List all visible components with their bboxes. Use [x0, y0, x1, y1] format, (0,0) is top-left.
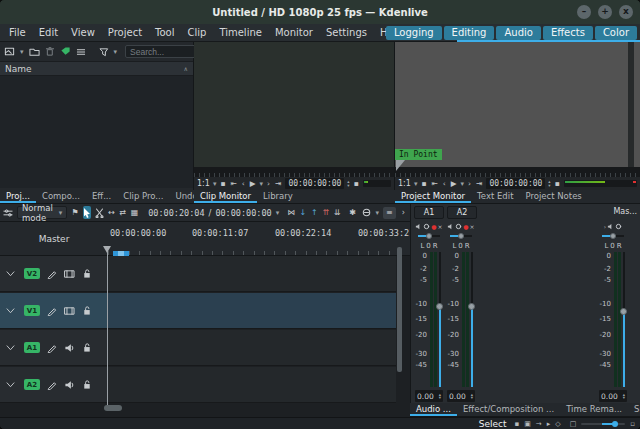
pan-knob[interactable]	[610, 233, 616, 239]
clip-next-frame-icon[interactable]: ›	[266, 179, 271, 188]
volume-slider-knob[interactable]	[436, 303, 443, 310]
project-zoom-dropdown-icon[interactable]: ▾	[414, 180, 418, 188]
project-timecode[interactable]: 00:00:00:00	[486, 178, 545, 189]
clip-zone-start-icon[interactable]: ⇤	[229, 179, 237, 188]
volume-slider-knob[interactable]	[468, 303, 475, 310]
title-bar[interactable]: Untitled / HD 1080p 25 fps — Kdenlive – …	[0, 0, 640, 24]
balance-value[interactable]: 0	[610, 242, 614, 250]
clip-timecode[interactable]: 00:00:00:00	[285, 178, 344, 189]
gain-spinbox[interactable]: 0.00 ▴▾	[447, 390, 475, 402]
track-lane-a2[interactable]	[108, 367, 396, 403]
spin-down-icon[interactable]: ▾	[347, 184, 349, 188]
workspace-editing[interactable]: Editing	[444, 26, 495, 40]
zoom-slider-knob[interactable]	[612, 421, 618, 427]
gain-spinbox[interactable]: 0.00 ▴▾	[415, 390, 443, 402]
playhead-icon[interactable]	[103, 246, 111, 253]
menu-timeline[interactable]: Timeline	[219, 27, 262, 38]
chevron-down-icon[interactable]	[6, 271, 15, 277]
pan-knob[interactable]	[458, 233, 464, 239]
filter-dropdown-icon[interactable]: ▾	[114, 48, 118, 56]
tab-text-edit[interactable]: Text Edit	[471, 190, 519, 203]
timeline-zoom-slider[interactable]	[581, 420, 625, 428]
timeline-menu-button[interactable]: ≡	[383, 207, 396, 219]
show-markers-icon[interactable]: ▸	[547, 420, 551, 428]
project-play-dropdown-icon[interactable]: ▾	[461, 180, 465, 188]
pan-slider[interactable]	[418, 232, 440, 239]
pan-slider[interactable]	[602, 232, 624, 239]
track-effects-icon[interactable]	[47, 380, 57, 390]
track-badge[interactable]: V2	[24, 268, 40, 279]
clip-timecode-spinner[interactable]: ▴ ▾	[347, 180, 349, 187]
clip-monitor-ruler[interactable]	[194, 167, 394, 177]
track-header-a2[interactable]: A2	[0, 367, 108, 403]
clip-zoom-dropdown-icon[interactable]: ▾	[213, 180, 217, 188]
chevron-down-icon[interactable]	[6, 308, 15, 314]
timeline-horizontal-scrollbar[interactable]	[104, 405, 122, 411]
chevron-down-icon[interactable]	[6, 345, 15, 351]
automatic-transitions-icon[interactable]: →	[536, 420, 542, 428]
project-zone-end-icon[interactable]: ⇥	[475, 179, 483, 188]
tab-time-remapping[interactable]: Time Rema...	[560, 403, 628, 416]
project-next-frame-icon[interactable]: ›	[467, 179, 472, 188]
clip-prev-frame-icon[interactable]: ‹	[241, 179, 246, 188]
project-prev-frame-icon[interactable]: ‹	[442, 179, 447, 188]
track-lane-v2[interactable]	[108, 256, 396, 292]
project-stop-icon[interactable]: ▪	[420, 179, 427, 188]
tab-compositions[interactable]: Compo...	[36, 190, 86, 203]
selection-tool-icon[interactable]	[83, 206, 91, 219]
workspace-audio[interactable]: Audio	[496, 26, 540, 40]
track-lane-v1[interactable]	[108, 293, 396, 329]
pan-slider[interactable]	[450, 232, 472, 239]
track-badge[interactable]: A2	[24, 379, 40, 390]
compositing-icon[interactable]	[362, 206, 371, 219]
tab-project-notes[interactable]: Project Notes	[519, 190, 587, 203]
tab-project-monitor[interactable]: Project Monitor	[395, 190, 471, 203]
mix-clips-icon[interactable]: ⋈	[287, 206, 295, 219]
chevron-down-icon[interactable]	[6, 382, 15, 388]
sort-ascending-icon[interactable]: ∧	[184, 65, 188, 72]
add-clip-icon[interactable]	[4, 46, 15, 57]
create-folder-icon[interactable]	[29, 46, 40, 57]
clip-play-dropdown-icon[interactable]: ▾	[260, 180, 264, 188]
snap-toggle-icon[interactable]: ▪	[514, 420, 519, 428]
playhead-marker-icon[interactable]	[396, 160, 405, 171]
master-track-label[interactable]: Master	[0, 222, 108, 256]
project-monitor-audio-icon[interactable]: ▪	[554, 179, 561, 188]
track-header-v2[interactable]: V2	[0, 256, 108, 292]
project-monitor-video-area[interactable]: In Point	[395, 42, 640, 167]
menu-view[interactable]: View	[71, 27, 95, 38]
clip-zone-end-icon[interactable]: ⇥	[274, 179, 282, 188]
mute-icon[interactable]	[415, 223, 422, 230]
tab-audio-mixer[interactable]: Audio ...	[410, 403, 457, 416]
zoom-fit-icon[interactable]: □	[570, 420, 577, 428]
zoom-in-icon[interactable]: ▫	[630, 420, 635, 428]
bin-clip-list[interactable]	[0, 76, 193, 188]
timeline-vertical-scrollbar[interactable]	[397, 247, 402, 372]
tab-effect-composition-stack[interactable]: Effect/Composition ...	[457, 403, 560, 416]
tab-clip-monitor[interactable]: Clip Monitor	[194, 190, 257, 203]
record-icon[interactable]: ●	[431, 223, 436, 230]
workspace-logging[interactable]: Logging	[386, 26, 442, 40]
menu-project[interactable]: Project	[108, 27, 142, 38]
track-effects-icon[interactable]	[47, 306, 57, 316]
project-monitor-ruler[interactable]	[395, 167, 640, 177]
thumbnails-toggle-icon[interactable]: ▣	[524, 420, 531, 428]
spin-down-icon[interactable]: ▾	[471, 396, 473, 400]
track-effects-icon[interactable]	[47, 269, 57, 279]
bin-name-column-header[interactable]: Name ∧	[0, 61, 193, 76]
tab-library[interactable]: Library	[257, 190, 299, 203]
gain-spinbox[interactable]: 0.00 ▴▾	[599, 390, 627, 402]
monitor-audio-icon[interactable]	[455, 223, 462, 230]
menu-monitor[interactable]: Monitor	[275, 27, 313, 38]
master-collapse-icon[interactable]: ›	[604, 223, 606, 230]
timeline-position-timecode[interactable]: 00:00:20:04	[148, 208, 204, 218]
mixer-collapse-icon[interactable]: ›	[400, 206, 407, 219]
mute-icon[interactable]	[607, 223, 614, 230]
menu-settings[interactable]: Settings	[326, 27, 367, 38]
spacer-tool-icon[interactable]: ↔	[108, 206, 115, 219]
tab-effects[interactable]: Eff...	[86, 190, 117, 203]
spin-down-icon[interactable]: ▾	[548, 184, 550, 188]
timeline-ruler[interactable]: 00:00:00:00 00:00:11:07 00:00:22:14 00:0…	[108, 222, 410, 256]
clip-stop-icon[interactable]: ▪	[219, 179, 226, 188]
menu-edit[interactable]: Edit	[39, 27, 58, 38]
